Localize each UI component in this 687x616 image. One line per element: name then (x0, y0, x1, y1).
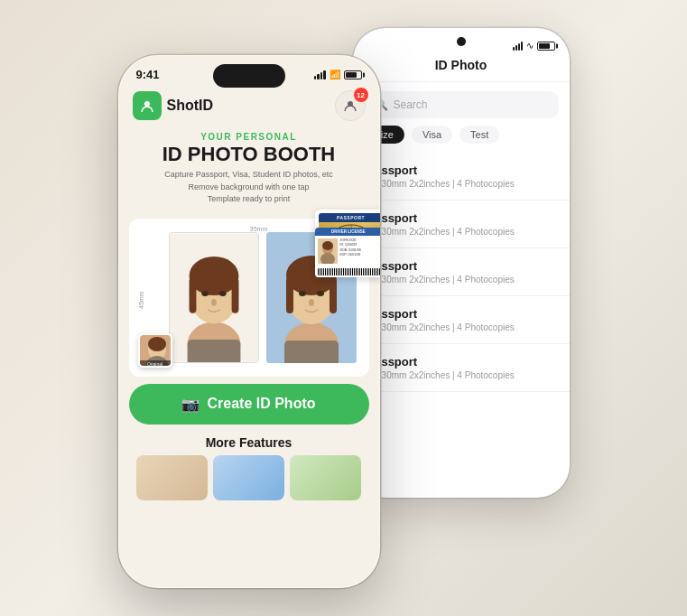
phone-back: ∿ ID Photo 🔍 Search Size Visa Test Passp… (353, 28, 570, 498)
app-logo: ShotID (133, 91, 214, 120)
svg-point-1 (144, 101, 150, 107)
feature-item-3 (290, 455, 361, 500)
passport-header: PASSPORT (319, 213, 380, 222)
back-signal-icon (513, 42, 523, 51)
shotid-logo-svg (138, 97, 156, 115)
passport-sub-5: 40x30mm 2x2inches | 4 Photocopies (367, 370, 555, 380)
svg-rect-18 (330, 277, 337, 313)
svg-point-28 (322, 241, 333, 250)
back-battery-icon (537, 42, 555, 51)
photo-left-box (169, 232, 259, 363)
status-icons: 📶 (314, 70, 362, 79)
phone-front: 9:41 📶 Sh (118, 55, 380, 588)
front-notch (213, 64, 285, 88)
passport-title-5: Passport (367, 355, 555, 369)
passport-title-4: Passport (367, 307, 555, 321)
svg-point-6 (189, 257, 238, 295)
license-photo (318, 238, 338, 264)
camera-icon: 📷 (181, 396, 200, 413)
filter-tabs: Size Visa Test (353, 126, 570, 153)
svg-rect-8 (231, 277, 238, 313)
phones-wrapper: 9:41 📶 Sh (118, 28, 570, 588)
photo-preview-area: 35mm 45mm (129, 219, 369, 377)
hero-section: YOUR PERSONAL ID PHOTO BOOTH Capture Pas… (118, 128, 380, 213)
passport-title-2: Passport (367, 211, 555, 225)
create-id-photo-button[interactable]: 📷 Create ID Photo (129, 384, 369, 425)
svg-point-21 (309, 299, 314, 306)
passport-title-1: Passport (367, 163, 555, 177)
license-header: DRIVER LICENSE (315, 228, 380, 236)
profile-button[interactable]: 12 (335, 90, 366, 121)
back-notch (457, 37, 466, 46)
svg-point-20 (317, 291, 324, 296)
notification-badge: 12 (354, 88, 368, 102)
passport-list: Passport 40x30mm 2x2inches | 4 Photocopi… (353, 153, 570, 392)
svg-rect-7 (189, 277, 196, 313)
logo-icon (133, 91, 162, 120)
svg-point-9 (201, 291, 209, 296)
svg-point-11 (211, 299, 217, 306)
passport-row-5[interactable]: Passport 40x30mm 2x2inches | 4 Photocopi… (353, 344, 570, 392)
hero-title: ID PHOTO BOOTH (133, 144, 366, 165)
app-name: ShotID (167, 98, 214, 114)
passport-title-3: Passport (367, 259, 555, 273)
license-barcode (318, 268, 380, 275)
person-icon (343, 98, 357, 113)
passport-sub-2: 40x30mm 2x2inches | 4 Photocopies (367, 227, 555, 237)
thumbnail-label: Original (140, 360, 171, 368)
passport-row-2[interactable]: Passport 40x30mm 2x2inches | 4 Photocopi… (353, 201, 570, 248)
feature-item-2 (213, 455, 284, 500)
passport-sub-1: 40x30mm 2x2inches | 4 Photocopies (367, 179, 555, 189)
passport-row-3[interactable]: Passport 40x30mm 2x2inches | 4 Photocopi… (353, 248, 570, 296)
more-features-title: More Features (133, 435, 366, 450)
status-time: 9:41 (136, 68, 160, 81)
wifi-icon: 📶 (330, 70, 340, 79)
passport-sub-4: 40x30mm 2x2inches | 4 Photocopies (367, 322, 555, 332)
search-placeholder: Search (394, 98, 428, 111)
back-header-title: ID Photo (435, 58, 487, 72)
license-person (318, 238, 338, 264)
license-body: JOHN DOE ID: 1234567 DOB: 01/01/90 EXP: … (315, 236, 380, 266)
license-card: DRIVER LICENSE JOHN DOE ID: 1234567 (315, 228, 380, 277)
person-photo-left (170, 233, 258, 362)
back-wifi-icon: ∿ (526, 41, 534, 51)
hero-subtitle: YOUR PERSONAL (133, 132, 366, 142)
license-info: JOHN DOE ID: 1234567 DOB: 01/01/90 EXP: … (340, 238, 361, 264)
svg-point-19 (299, 291, 306, 296)
more-features-section: More Features (118, 432, 380, 506)
svg-point-10 (218, 291, 226, 296)
svg-rect-12 (187, 340, 240, 362)
feature-item-1 (136, 455, 208, 500)
back-battery-fill (539, 43, 550, 49)
signal-icon (314, 70, 326, 79)
svg-rect-22 (284, 341, 339, 363)
cta-label: Create ID Photo (207, 396, 315, 412)
search-bar[interactable]: 🔍 Search (364, 91, 559, 118)
filter-tab-visa[interactable]: Visa (412, 126, 452, 144)
svg-point-32 (148, 337, 166, 351)
passport-row-1[interactable]: Passport 40x30mm 2x2inches | 4 Photocopi… (353, 153, 570, 201)
hero-description: Capture Passport, Visa, Student ID photo… (133, 169, 366, 206)
passport-row-4[interactable]: Passport 40x30mm 2x2inches | 4 Photocopi… (353, 296, 570, 344)
app-header: ShotID 12 (118, 85, 380, 128)
filter-tab-test[interactable]: Test (460, 126, 499, 144)
battery-fill (346, 72, 357, 78)
features-row (133, 455, 366, 500)
thumbnail-original: Original (138, 333, 172, 368)
battery-icon (344, 70, 362, 79)
passport-sub-3: 40x30mm 2x2inches | 4 Photocopies (367, 275, 555, 285)
svg-rect-17 (286, 277, 293, 313)
back-phone-header: ID Photo (353, 54, 570, 82)
